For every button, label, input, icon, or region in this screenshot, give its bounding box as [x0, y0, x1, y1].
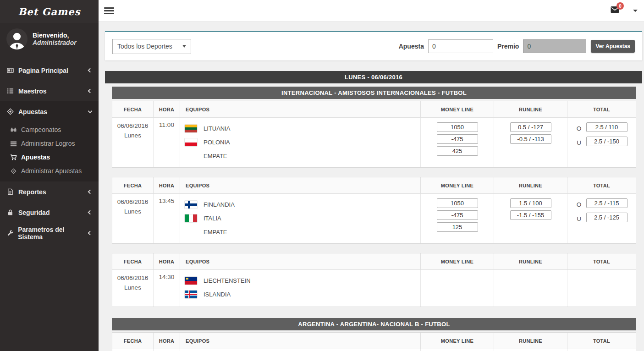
sidebar-item-maestros[interactable]: Maestros — [0, 81, 99, 101]
col-header-runline: RUNLINE — [494, 333, 567, 349]
runline-odd-button[interactable]: 1.5 / 100 — [510, 198, 551, 208]
flag-icon — [185, 138, 197, 146]
moneyline-cell — [421, 349, 494, 351]
team-row: EMPATE — [185, 149, 420, 163]
moneyline-odd-button[interactable]: 425 — [437, 146, 478, 156]
team-name: FINLANDIA — [204, 201, 235, 208]
moneyline-odd-button[interactable]: -475 — [437, 134, 478, 144]
menu-toggle-icon[interactable] — [104, 6, 114, 16]
match-day: Lunes — [112, 131, 153, 141]
app-root: Bet Games Bienvenido, Administrador Pagi… — [0, 0, 644, 351]
premio-input — [523, 39, 586, 53]
sidebar-item-label: Campeonatos — [21, 126, 61, 133]
team-row: POLONIA — [185, 135, 420, 149]
flag-icon — [185, 277, 197, 285]
sidebar-item-reportes[interactable]: Reportes — [0, 181, 99, 202]
logo[interactable]: Bet Games — [0, 0, 99, 23]
chevron-down-icon — [182, 45, 186, 48]
col-header-hora: HORA — [154, 177, 180, 193]
runline-odd-button[interactable]: 0.5 / -127 — [510, 122, 551, 132]
sidebar-item-campeonatos[interactable]: Campeonatos — [0, 123, 99, 137]
diamond-icon — [7, 108, 18, 115]
under-label: U — [576, 215, 582, 222]
match-date-cell: 06/06/2016 Lunes — [112, 194, 154, 243]
match-table: FECHA HORA EQUIPOS MONEY LINE RUNLINE TO… — [112, 332, 636, 351]
team-row: LIECHTENSTEIN — [185, 274, 420, 287]
sidebar-item-label: Apuestas — [18, 108, 47, 115]
sidebar-menu: Pagina Principal Maestros Apuestas — [0, 57, 99, 243]
section-header: INTERNACIONAL - AMISTOSOS INTERNACIONALE… — [112, 87, 636, 99]
moneyline-odd-button[interactable]: 125 — [437, 222, 478, 232]
sidebar-group-apuestas: Apuestas Campeonatos Administrar — [0, 101, 99, 181]
col-header-hora: HORA — [154, 101, 180, 117]
flag-icon — [185, 214, 197, 222]
messages-icon[interactable]: 0 — [611, 6, 619, 15]
user-panel: Bienvenido, Administrador — [0, 23, 99, 57]
sidebar-item-apuestas[interactable]: Apuestas — [0, 101, 99, 122]
teams-cell — [180, 349, 421, 351]
col-header-runline: RUNLINE — [494, 253, 567, 269]
wrench-icon — [7, 230, 18, 236]
flag-icon — [185, 291, 197, 298]
total-cell — [567, 270, 636, 307]
sidebar-item-label: Maestros — [18, 88, 46, 95]
teams-cell: LITUANIA POLONIA EMPATE — [180, 118, 421, 167]
match-time: 11:00 — [154, 118, 180, 167]
messages-badge: 0 — [616, 2, 624, 10]
user-menu-caret-icon[interactable] — [633, 10, 638, 12]
sidebar-item-parametros[interactable]: Parametros del Sistema — [0, 223, 99, 243]
sport-select-value: Todos los Deportes — [117, 43, 172, 50]
user-role: Administrador — [33, 39, 77, 46]
col-header-money-line: MONEY LINE — [421, 253, 494, 269]
sport-select[interactable]: Todos los Deportes — [112, 39, 191, 54]
cart-icon — [10, 154, 21, 161]
topbar: 0 — [99, 0, 644, 22]
moneyline-odd-button[interactable]: -475 — [437, 210, 478, 220]
total-odd-button[interactable]: 2.5 / 110 — [586, 122, 627, 132]
sidebar-item-label: Reportes — [18, 188, 46, 196]
col-header-equipos: EQUIPOS — [180, 253, 421, 269]
match-time: 14:30 — [154, 270, 180, 307]
col-header-fecha: FECHA — [112, 333, 154, 349]
col-header-total: TOTAL — [567, 101, 636, 117]
moneyline-odd-button[interactable]: 1050 — [437, 198, 478, 208]
sidebar: Bet Games Bienvenido, Administrador Pagi… — [0, 0, 99, 351]
chevron-left-icon — [88, 89, 93, 93]
sidebar-item-administrar-logros[interactable]: Administrar Logros — [0, 137, 99, 150]
total-odd-button[interactable]: 2.5 / -115 — [586, 198, 627, 208]
col-header-hora: HORA — [154, 333, 180, 349]
col-header-hora: HORA — [154, 253, 180, 269]
premio-label: Premio — [497, 43, 519, 50]
team-name: ISLANDIA — [204, 291, 231, 298]
runline-odd-button[interactable]: -1.5 / -155 — [510, 210, 551, 220]
total-odd-button[interactable]: 2.5 / -125 — [586, 213, 627, 222]
match-table: FECHA HORA EQUIPOS MONEY LINE RUNLINE TO… — [112, 101, 636, 168]
sidebar-item-pagina-principal[interactable]: Pagina Principal — [0, 60, 99, 81]
sidebar-item-administrar-apuestas[interactable]: Administrar Apuestas — [0, 164, 99, 178]
team-name: EMPATE — [204, 153, 227, 159]
team-row: ITALIA — [185, 211, 420, 225]
chevron-down-icon — [88, 109, 93, 113]
under-label: U — [576, 139, 582, 146]
sidebar-item-apuestas-sub[interactable]: Apuestas — [0, 150, 99, 164]
ver-apuestas-button[interactable]: Ver Apuestas — [591, 40, 635, 53]
chevron-left-icon — [88, 210, 93, 215]
sidebar-item-seguridad[interactable]: Seguridad — [0, 202, 99, 223]
moneyline-cell — [421, 270, 494, 307]
total-cell: O 2.5 / -115 U 2.5 / -125 — [567, 194, 636, 243]
chevron-left-icon — [88, 68, 93, 73]
flag-icon — [185, 125, 197, 132]
total-odd-button[interactable]: 2.5 / -150 — [586, 137, 627, 146]
match-table: FECHA HORA EQUIPOS MONEY LINE RUNLINE TO… — [112, 177, 636, 244]
runline-odd-button[interactable]: -0.5 / -113 — [510, 134, 551, 144]
moneyline-odd-button[interactable]: 1050 — [437, 122, 478, 132]
apuesta-input[interactable] — [428, 39, 493, 53]
col-header-runline: RUNLINE — [494, 177, 567, 193]
team-row: EMPATE — [185, 225, 420, 239]
team-name: POLONIA — [204, 139, 230, 146]
chevron-left-icon — [88, 231, 93, 236]
teams-cell: FINLANDIA ITALIA EMPATE — [180, 194, 421, 243]
match-date: 06/06/2016 — [112, 197, 153, 207]
col-header-fecha: FECHA — [112, 253, 154, 269]
team-name: LIECHTENSTEIN — [204, 277, 251, 284]
